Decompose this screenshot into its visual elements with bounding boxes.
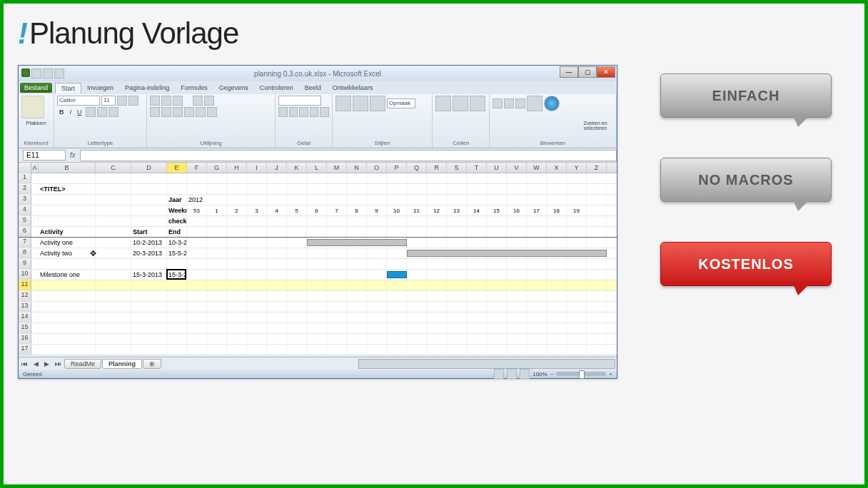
column-header-Z[interactable]: Z: [587, 163, 607, 173]
cell-Q15[interactable]: [407, 323, 427, 333]
align-right-icon[interactable]: [173, 107, 183, 117]
cell-C17[interactable]: [96, 345, 131, 355]
cell-S17[interactable]: [447, 345, 467, 355]
cell-M13[interactable]: [327, 302, 347, 312]
column-header-H[interactable]: H: [227, 163, 247, 173]
gantt-bar-row8[interactable]: [407, 250, 607, 257]
cell-Z7[interactable]: [587, 238, 607, 248]
cell-A7[interactable]: [31, 238, 39, 248]
cell-B5[interactable]: [39, 216, 96, 226]
cell-C5[interactable]: [96, 216, 131, 226]
cell-Y6[interactable]: [567, 227, 587, 237]
cell-K11[interactable]: [287, 280, 307, 290]
cell-Z2[interactable]: [587, 184, 607, 194]
cell-E5[interactable]: check: [167, 216, 187, 226]
cell-W15[interactable]: [527, 323, 547, 333]
cell-W5[interactable]: [527, 216, 547, 226]
cell-L15[interactable]: [307, 323, 327, 333]
view-pagebreak-icon[interactable]: [520, 369, 530, 379]
cell-Y2[interactable]: [567, 184, 587, 194]
cell-E2[interactable]: [167, 184, 187, 194]
cell-M17[interactable]: [327, 345, 347, 355]
cell-H17[interactable]: [227, 345, 247, 355]
cell-I4[interactable]: 3: [247, 205, 267, 215]
cell-O1[interactable]: [367, 173, 387, 183]
tab-invoegen[interactable]: Invoegen: [81, 83, 119, 93]
font-color-icon[interactable]: [108, 107, 118, 117]
cell-X4[interactable]: 18: [547, 205, 567, 215]
cell-R9[interactable]: [427, 259, 447, 269]
column-header-J[interactable]: J: [267, 163, 287, 173]
cell-Z3[interactable]: [587, 195, 607, 205]
cell-V10[interactable]: [507, 270, 527, 280]
row-header-14[interactable]: 14: [19, 312, 31, 322]
clear-icon[interactable]: [515, 98, 525, 108]
cell-F7[interactable]: [187, 238, 207, 248]
cell-G3[interactable]: [207, 195, 227, 205]
cell-K2[interactable]: [287, 184, 307, 194]
decimal-dec-icon[interactable]: [320, 107, 329, 117]
cell-I5[interactable]: [247, 216, 267, 226]
column-header-D[interactable]: D: [131, 163, 167, 173]
cell-I6[interactable]: [247, 227, 267, 237]
cell-S5[interactable]: [447, 216, 467, 226]
row-header-7[interactable]: 7: [19, 238, 31, 248]
cell-V3[interactable]: [507, 195, 527, 205]
cell-O11[interactable]: [367, 280, 387, 290]
cell-L17[interactable]: [307, 345, 327, 355]
cell-M1[interactable]: [327, 173, 347, 183]
cell-N3[interactable]: [347, 195, 367, 205]
cell-R3[interactable]: [427, 195, 447, 205]
column-header-M[interactable]: M: [327, 163, 347, 173]
cell-C14[interactable]: [96, 312, 131, 322]
cell-P15[interactable]: [387, 323, 407, 333]
row-header-1[interactable]: 1: [19, 173, 31, 183]
cell-A12[interactable]: [31, 291, 39, 301]
cell-P8[interactable]: [387, 248, 407, 258]
cell-Q4[interactable]: 11: [407, 205, 427, 215]
cell-U13[interactable]: [487, 302, 507, 312]
wrap-text-icon[interactable]: [204, 96, 214, 106]
cell-L10[interactable]: [307, 270, 327, 280]
row-header-9[interactable]: 9: [19, 259, 31, 269]
comma-icon[interactable]: [299, 107, 308, 117]
cell-D6[interactable]: Start: [131, 227, 167, 237]
cell-J6[interactable]: [267, 227, 287, 237]
cell-A15[interactable]: [31, 323, 39, 333]
cell-U3[interactable]: [487, 195, 507, 205]
cell-I8[interactable]: [247, 248, 267, 258]
cell-U16[interactable]: [487, 334, 507, 344]
cell-Y7[interactable]: [567, 238, 587, 248]
cell-Z15[interactable]: [587, 323, 607, 333]
cell-Z17[interactable]: [587, 345, 607, 355]
cell-Q9[interactable]: [407, 259, 427, 269]
fill-icon[interactable]: [504, 98, 514, 108]
cell-R11[interactable]: [427, 280, 447, 290]
align-center-icon[interactable]: [161, 107, 171, 117]
cell-B8[interactable]: Activity two: [39, 248, 96, 258]
cell-R16[interactable]: [427, 334, 447, 344]
cell-L14[interactable]: [307, 312, 327, 322]
cell-E4[interactable]: Weekno: [167, 205, 187, 215]
row-header-11[interactable]: 11: [19, 280, 31, 290]
cell-A6[interactable]: [31, 227, 39, 237]
cell-Y14[interactable]: [567, 312, 587, 322]
cell-X7[interactable]: [547, 238, 567, 248]
cell-B13[interactable]: [39, 302, 96, 312]
cell-R6[interactable]: [427, 227, 447, 237]
cell-V6[interactable]: [507, 227, 527, 237]
cell-H2[interactable]: [227, 184, 247, 194]
tab-controleren[interactable]: Controleren: [254, 83, 299, 93]
cell-D5[interactable]: [131, 216, 167, 226]
cell-Z6[interactable]: [587, 227, 607, 237]
cell-D4[interactable]: [131, 205, 167, 215]
cell-Q17[interactable]: [407, 345, 427, 355]
cell-F10[interactable]: [187, 270, 207, 280]
sort-filter-icon[interactable]: [527, 96, 542, 111]
cell-U14[interactable]: [487, 312, 507, 322]
cell-U12[interactable]: [487, 291, 507, 301]
cell-Y5[interactable]: [567, 216, 587, 226]
cell-U15[interactable]: [487, 323, 507, 333]
align-middle-icon[interactable]: [161, 96, 171, 106]
cell-D10[interactable]: 15-3-2013: [131, 270, 167, 280]
